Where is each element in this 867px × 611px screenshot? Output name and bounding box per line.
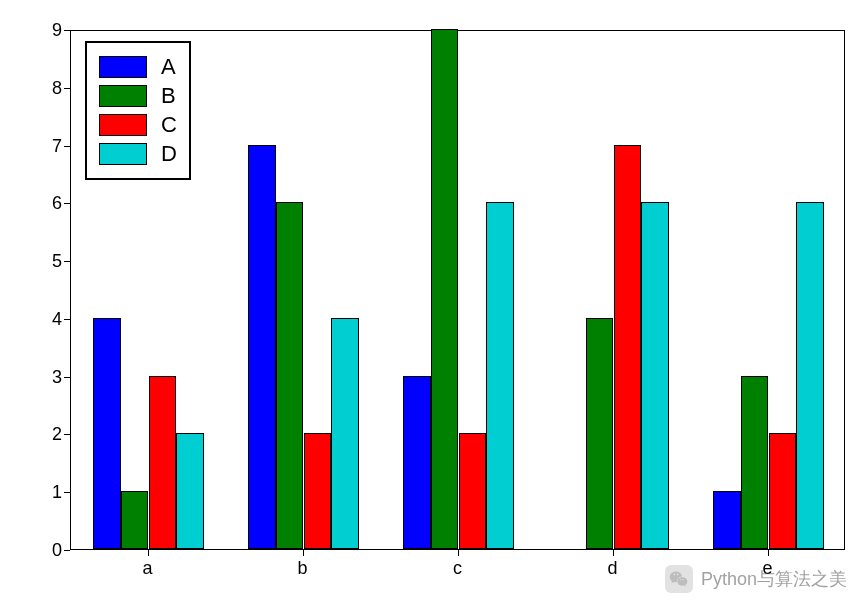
bar-b-e — [741, 376, 769, 549]
x-tick-label: b — [297, 558, 307, 579]
legend-label-c: C — [161, 112, 177, 138]
bar-b-c — [431, 29, 459, 549]
watermark: Python与算法之美 — [665, 565, 847, 593]
chart-container: 0123456789 A B C D abcde — [10, 10, 857, 590]
plot-area: A B C D — [70, 30, 845, 550]
legend-item-b: B — [99, 83, 177, 109]
y-tick-label: 4 — [52, 308, 62, 329]
y-tick-label: 2 — [52, 424, 62, 445]
legend-swatch-d — [99, 143, 147, 165]
y-axis: 0123456789 — [10, 30, 70, 550]
bar-c-e — [769, 433, 797, 549]
bar-a-b — [248, 145, 276, 549]
y-tick-label: 9 — [52, 20, 62, 41]
y-tick-label: 6 — [52, 193, 62, 214]
bar-b-d — [586, 318, 614, 549]
y-tick-label: 1 — [52, 482, 62, 503]
y-tick-label: 3 — [52, 366, 62, 387]
legend-item-d: D — [99, 141, 177, 167]
legend-label-a: A — [161, 54, 176, 80]
watermark-text: Python与算法之美 — [701, 567, 847, 591]
legend-item-a: A — [99, 54, 177, 80]
y-tick-label: 8 — [52, 77, 62, 98]
y-tick-label: 5 — [52, 251, 62, 272]
bar-b-a — [121, 491, 149, 549]
legend-swatch-a — [99, 56, 147, 78]
bar-c-d — [614, 145, 642, 549]
bar-d-c — [486, 202, 514, 549]
bar-c-b — [304, 433, 332, 549]
bar-a-c — [403, 376, 431, 549]
bar-b-b — [276, 202, 304, 549]
chart-legend: A B C D — [85, 41, 191, 180]
bar-a-a — [93, 318, 121, 549]
bar-d-b — [331, 318, 359, 549]
y-tick-label: 7 — [52, 135, 62, 156]
bar-c-c — [459, 433, 487, 549]
bar-d-e — [796, 202, 824, 549]
x-tick-label: a — [142, 558, 152, 579]
legend-label-d: D — [161, 141, 177, 167]
legend-label-b: B — [161, 83, 176, 109]
x-tick-label: c — [453, 558, 462, 579]
legend-swatch-c — [99, 114, 147, 136]
legend-swatch-b — [99, 85, 147, 107]
legend-item-c: C — [99, 112, 177, 138]
bar-d-a — [176, 433, 204, 549]
y-tick-label: 0 — [52, 540, 62, 561]
wechat-icon — [665, 565, 693, 593]
bar-a-e — [713, 491, 741, 549]
bar-d-d — [641, 202, 669, 549]
bar-c-a — [149, 376, 177, 549]
x-tick-label: d — [607, 558, 617, 579]
